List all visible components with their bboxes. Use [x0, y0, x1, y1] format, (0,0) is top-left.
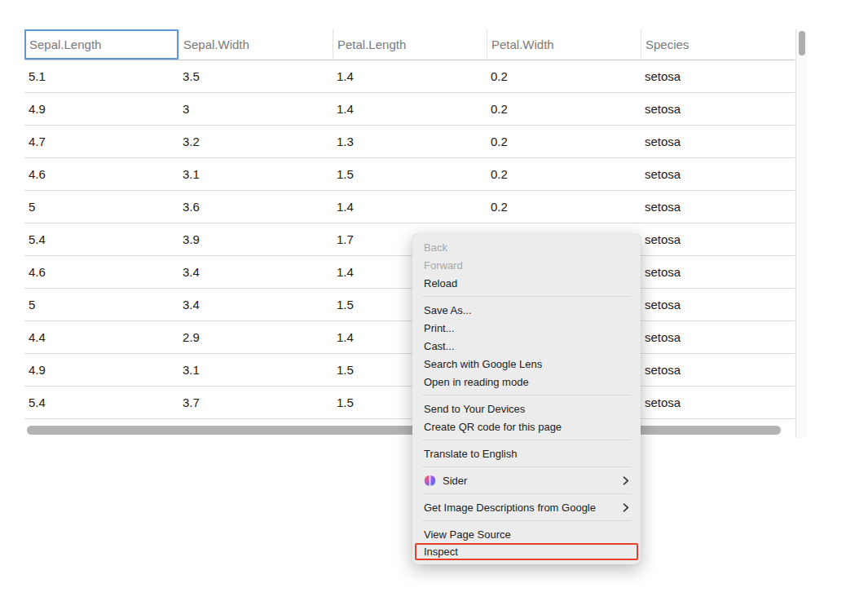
menu-separator: [422, 493, 631, 494]
table-cell: 3: [178, 102, 333, 116]
table-cell: 3.7: [178, 396, 333, 409]
menu-item-label: Save As...: [424, 304, 472, 316]
table-cell: 4.4: [24, 330, 178, 344]
column-header-sepal-length[interactable]: Sepal.Length: [24, 29, 178, 60]
menu-item-label: Forward: [424, 259, 463, 272]
table-row: 4.4 2.9 1.4 setosa: [24, 321, 795, 354]
table-cell: setosa: [641, 396, 795, 409]
table-cell: 4.9: [24, 102, 178, 116]
menu-item-label: Back: [424, 241, 447, 254]
menu-item-forward: Forward: [412, 256, 641, 274]
menu-separator: [422, 395, 631, 396]
menu-item-get-image-descriptions[interactable]: Get Image Descriptions from Google: [412, 498, 641, 516]
menu-item-send-to-devices[interactable]: Send to Your Devices: [412, 400, 641, 418]
table-cell: 4.6: [24, 265, 178, 279]
table-cell: 3.5: [178, 69, 333, 83]
table-cell: 0.2: [487, 167, 641, 181]
table-cell: 0.2: [487, 200, 641, 214]
table-cell: setosa: [641, 265, 795, 279]
menu-separator: [422, 296, 631, 297]
column-header-sepal-width[interactable]: Sepal.Width: [178, 29, 333, 60]
table-header-row: Sepal.Length Sepal.Width Petal.Length Pe…: [24, 29, 795, 60]
menu-item-label: Get Image Descriptions from Google: [424, 502, 596, 514]
menu-item-label: Search with Google Lens: [424, 358, 542, 370]
menu-item-label: Open in reading mode: [424, 376, 529, 388]
menu-item-translate[interactable]: Translate to English: [412, 444, 641, 462]
menu-item-cast[interactable]: Cast...: [412, 337, 641, 355]
menu-item-label: Translate to English: [424, 448, 517, 460]
menu-separator: [422, 520, 631, 521]
table-cell: 0.2: [487, 135, 641, 148]
menu-item-label: Create QR code for this page: [424, 421, 562, 433]
table-row: 5.4 3.7 1.5 setosa: [24, 387, 795, 419]
column-header-species[interactable]: Species: [641, 29, 795, 60]
table-row: 4.6 3.1 1.5 0.2 setosa: [24, 158, 795, 191]
menu-item-inspect[interactable]: Inspect: [415, 543, 638, 560]
table-cell: 1.4: [333, 102, 487, 116]
menu-item-label: Sider: [443, 475, 467, 487]
table-row: 5 3.4 1.5 setosa: [24, 289, 795, 321]
table-grid: Sepal.Length Sepal.Width Petal.Length Pe…: [24, 29, 795, 419]
table-cell: 5: [24, 200, 178, 214]
table-cell: 1.4: [333, 200, 487, 214]
table-cell: setosa: [641, 69, 795, 83]
table-row: 4.6 3.4 1.4 setosa: [24, 256, 795, 289]
table-cell: 3.4: [178, 265, 333, 279]
table-cell: 1.5: [333, 167, 487, 181]
vertical-scrollbar-thumb[interactable]: [799, 31, 805, 55]
table-cell: 1.4: [333, 69, 487, 83]
table-cell: 3.1: [178, 363, 333, 377]
table-row: 4.9 3.1 1.5 setosa: [24, 354, 795, 387]
menu-item-back: Back: [412, 238, 641, 256]
column-header-petal-width[interactable]: Petal.Width: [487, 29, 641, 60]
table-cell: 5.4: [24, 396, 178, 409]
table-cell: 3.9: [178, 232, 333, 246]
table-cell: setosa: [641, 232, 795, 246]
table-cell: 4.9: [24, 363, 178, 377]
table-cell: 4.7: [24, 135, 178, 148]
menu-item-reload[interactable]: Reload: [412, 274, 641, 292]
table-row: 4.9 3 1.4 0.2 setosa: [24, 93, 795, 126]
menu-item-label: Reload: [424, 277, 457, 289]
table-cell: 0.2: [487, 102, 641, 116]
menu-item-search-google-lens[interactable]: Search with Google Lens: [412, 355, 641, 373]
menu-item-create-qr-code[interactable]: Create QR code for this page: [412, 418, 641, 435]
menu-item-print[interactable]: Print...: [412, 319, 641, 337]
table-cell: 3.6: [178, 200, 333, 214]
table-cell: 1.3: [333, 135, 487, 148]
table-row: 5 3.6 1.4 0.2 setosa: [24, 191, 795, 223]
menu-item-label: Send to Your Devices: [424, 403, 525, 415]
vertical-scrollbar-track[interactable]: [795, 29, 807, 438]
chevron-right-icon: [623, 503, 629, 512]
menu-item-label: Cast...: [424, 340, 455, 352]
table-cell: setosa: [641, 102, 795, 116]
menu-item-label: Print...: [424, 322, 455, 334]
table-cell: 2.9: [178, 330, 333, 344]
menu-item-save-as[interactable]: Save As...: [412, 301, 641, 319]
table-cell: setosa: [641, 135, 795, 148]
table-cell: 0.2: [487, 69, 641, 83]
table-cell: 3.4: [178, 298, 333, 312]
menu-item-sider[interactable]: Sider: [412, 471, 641, 489]
table-row: 5.1 3.5 1.4 0.2 setosa: [24, 60, 795, 93]
menu-separator: [422, 466, 631, 467]
table-cell: setosa: [641, 330, 795, 344]
table-cell: 3.1: [178, 167, 333, 181]
table-row: 5.4 3.9 1.7 setosa: [24, 223, 795, 256]
table-row: 4.7 3.2 1.3 0.2 setosa: [24, 126, 795, 158]
table-cell: 5.4: [24, 232, 178, 246]
chevron-right-icon: [623, 476, 629, 485]
table-cell: setosa: [641, 363, 795, 377]
table-cell: 5: [24, 298, 178, 312]
table-cell: 5.1: [24, 69, 178, 83]
table-cell: setosa: [641, 298, 795, 312]
table-cell: 3.2: [178, 135, 333, 148]
menu-separator: [422, 440, 631, 440]
horizontal-scrollbar-thumb[interactable]: [27, 426, 781, 435]
table-cell: 4.6: [24, 167, 178, 181]
column-header-petal-length[interactable]: Petal.Length: [333, 29, 487, 60]
menu-item-view-page-source[interactable]: View Page Source: [412, 525, 641, 543]
menu-item-open-reading-mode[interactable]: Open in reading mode: [412, 373, 641, 391]
table-cell: setosa: [641, 200, 795, 214]
table-cell: setosa: [641, 167, 795, 181]
